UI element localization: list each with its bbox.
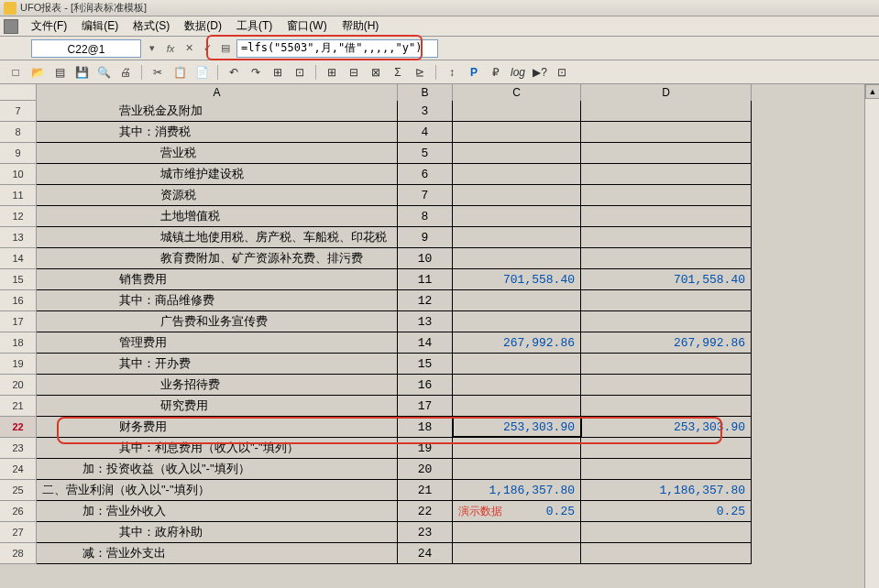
cell-c[interactable] [453, 522, 581, 542]
cut-icon[interactable]: ✂ [149, 64, 166, 81]
col-header-b[interactable]: B [398, 84, 453, 101]
select-all-corner[interactable] [0, 84, 37, 101]
menu-data[interactable]: 数据(D) [177, 16, 229, 36]
cell-b[interactable]: 15 [398, 354, 453, 374]
fx-icon[interactable]: fx [163, 41, 178, 56]
cell-b[interactable]: 5 [398, 143, 453, 163]
cell-d[interactable] [581, 227, 752, 247]
cell-b[interactable]: 13 [398, 311, 453, 332]
cell-reference-box[interactable]: C22@1 [31, 39, 141, 58]
cell-d[interactable]: 1,186,357.80 [581, 480, 752, 500]
cell-b[interactable]: 22 [398, 501, 453, 521]
cell-b[interactable]: 4 [398, 122, 453, 142]
cell-c[interactable] [453, 543, 581, 563]
cell-a[interactable]: 资源税 [37, 185, 398, 205]
cell-b[interactable]: 14 [398, 332, 453, 353]
formula-input[interactable] [236, 39, 438, 58]
cell-c[interactable] [453, 164, 581, 184]
cell-b[interactable]: 3 [398, 101, 453, 121]
cell-c[interactable] [453, 459, 581, 479]
cell-d[interactable] [581, 101, 752, 121]
undo-icon[interactable]: ↶ [225, 64, 242, 81]
cell-b[interactable]: 7 [398, 185, 453, 205]
help-cursor-icon[interactable]: ▶? [532, 64, 548, 81]
row-header[interactable]: 23 [0, 438, 37, 459]
row-header[interactable]: 8 [0, 122, 37, 143]
cell-a[interactable]: 研究费用 [37, 396, 398, 416]
row-header[interactable]: 17 [0, 311, 37, 332]
cell-d[interactable] [581, 543, 752, 563]
cell-a[interactable]: 其中：消费税 [37, 122, 398, 142]
cell-a[interactable]: 减：营业外支出 [37, 543, 398, 563]
vertical-scrollbar[interactable]: ▲ [864, 84, 879, 588]
sum-icon[interactable]: Σ [390, 64, 406, 81]
cell-c[interactable] [453, 185, 581, 205]
cell-c[interactable] [453, 143, 581, 163]
row-header[interactable]: 9 [0, 143, 37, 164]
copy-icon[interactable]: 📋 [171, 64, 188, 81]
new-icon[interactable]: □ [7, 64, 24, 81]
cell-d[interactable] [581, 290, 752, 310]
row-header[interactable]: 25 [0, 480, 37, 501]
preview-icon[interactable]: 🔍 [95, 64, 112, 81]
cell-a[interactable]: 二、营业利润（收入以"-"填列） [37, 480, 398, 500]
cell-a[interactable]: 营业税金及附加 [37, 101, 398, 121]
row-header[interactable]: 15 [0, 269, 37, 290]
cell-d[interactable] [581, 438, 752, 458]
cell-b[interactable]: 24 [398, 543, 453, 563]
cell-d[interactable] [581, 206, 752, 226]
cell-b[interactable]: 8 [398, 206, 453, 226]
confirm-icon[interactable]: ✓ [200, 41, 214, 56]
row-header[interactable]: 26 [0, 501, 37, 522]
cell-b[interactable]: 6 [398, 164, 453, 184]
sort-asc-icon[interactable]: ⊞ [269, 64, 286, 81]
cell-a[interactable]: 业务招待费 [37, 375, 398, 395]
cell-d[interactable] [581, 396, 752, 416]
menu-edit[interactable]: 编辑(E) [74, 16, 126, 36]
cell-b[interactable]: 17 [398, 396, 453, 416]
cell-c[interactable] [453, 396, 581, 416]
row-header[interactable]: 12 [0, 206, 37, 227]
row-header[interactable]: 16 [0, 290, 37, 311]
cell-a[interactable]: 城镇土地使用税、房产税、车船税、印花税 [37, 227, 398, 247]
grid-2-icon[interactable]: ⊟ [346, 64, 362, 81]
cell-c[interactable]: 1,186,357.80 [453, 480, 581, 500]
cancel-icon[interactable]: ✕ [181, 41, 196, 56]
cell-c[interactable] [453, 122, 581, 142]
row-header[interactable]: 22 [0, 417, 37, 438]
options-icon[interactable]: ⊡ [554, 64, 570, 81]
bold-icon[interactable]: ↕ [444, 64, 460, 81]
menu-window[interactable]: 窗口(W) [280, 16, 334, 36]
menu-file[interactable]: 文件(F) [24, 16, 74, 36]
cell-c[interactable] [453, 227, 581, 247]
save-icon[interactable]: ▤ [51, 64, 68, 81]
cell-b[interactable]: 10 [398, 248, 453, 268]
row-header[interactable]: 28 [0, 543, 37, 564]
cell-d[interactable] [581, 122, 752, 142]
scroll-up-icon[interactable]: ▲ [865, 84, 879, 99]
edit-icon[interactable]: ▤ [218, 41, 233, 56]
cell-a[interactable]: 加：营业外收入 [37, 501, 398, 521]
cell-b[interactable]: 11 [398, 269, 453, 289]
cell-a[interactable]: 财务费用 [37, 417, 398, 437]
grid-3-icon[interactable]: ⊠ [368, 64, 384, 81]
cell-b[interactable]: 23 [398, 522, 453, 542]
row-header[interactable]: 11 [0, 185, 37, 206]
cell-b[interactable]: 20 [398, 459, 453, 479]
col-header-c[interactable]: C [453, 84, 581, 101]
grid-1-icon[interactable]: ⊞ [324, 64, 340, 81]
row-header[interactable]: 19 [0, 354, 37, 375]
cell-a[interactable]: 其中：商品维修费 [37, 290, 398, 310]
cell-a[interactable]: 城市维护建设税 [37, 164, 398, 184]
cell-b[interactable]: 19 [398, 438, 453, 458]
row-header[interactable]: 13 [0, 227, 37, 248]
cell-d[interactable] [581, 248, 752, 268]
cell-a[interactable]: 加：投资收益（收入以"-"填列） [37, 459, 398, 479]
cell-d[interactable]: 267,992.86 [581, 332, 752, 353]
cell-a[interactable]: 广告费和业务宣传费 [37, 311, 398, 332]
redo-icon[interactable]: ↷ [247, 64, 264, 81]
cell-d[interactable] [581, 459, 752, 479]
cell-c[interactable] [453, 206, 581, 226]
cell-c[interactable] [453, 101, 581, 121]
cell-b[interactable]: 18 [398, 417, 453, 437]
